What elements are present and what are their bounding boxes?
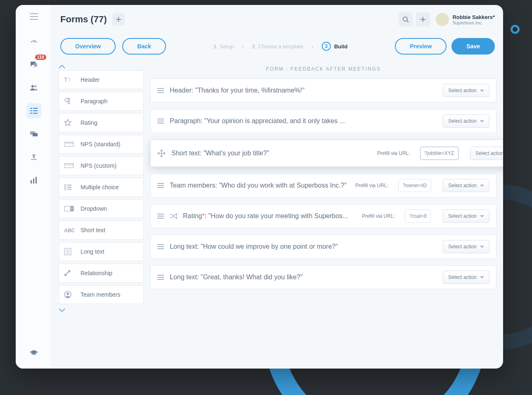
nav-users[interactable] — [26, 80, 41, 95]
palette-item-label: Paragraph — [81, 98, 107, 105]
nav-dashboard[interactable] — [26, 34, 41, 49]
svg-point-15 — [403, 17, 407, 21]
chevron-down-icon — [480, 90, 484, 92]
nav-forms[interactable] — [26, 103, 41, 118]
sidebar: 119 — [16, 5, 52, 369]
drag-handle-icon[interactable] — [157, 244, 164, 250]
new-button[interactable] — [416, 12, 430, 26]
svg-point-21 — [64, 184, 66, 186]
save-button[interactable]: Save — [451, 38, 495, 55]
form-row[interactable]: Header: "Thanks for your time, %firstnam… — [150, 79, 496, 102]
prefill-input[interactable]: ?csat=8 — [405, 209, 431, 223]
nav-upload[interactable] — [26, 150, 41, 164]
svg-rect-14 — [36, 177, 37, 183]
chevron-down-icon — [480, 246, 484, 248]
tt-icon: TT — [64, 76, 75, 83]
svg-rect-3 — [30, 108, 32, 109]
palette-item-team-members[interactable]: Team members — [59, 285, 144, 304]
person-icon — [64, 291, 75, 298]
palette-item-label: Short text — [81, 227, 105, 233]
drag-handle-icon[interactable] — [157, 274, 164, 280]
preview-button[interactable]: Preview — [395, 38, 446, 55]
user-menu[interactable]: Robbie Sakkers* Superboss Inc. — [436, 13, 495, 26]
nav-analytics[interactable] — [26, 173, 41, 188]
drag-handle-icon[interactable] — [157, 183, 164, 188]
add-button[interactable] — [112, 13, 125, 26]
palette-item-long-text[interactable]: Long text — [59, 242, 144, 261]
form-row[interactable]: Team members: "Who did you work with at … — [150, 174, 496, 198]
drag-handle-icon[interactable] — [157, 118, 164, 124]
palette-scroll-down[interactable] — [59, 307, 144, 314]
prefill-label: Prefill via URL: — [362, 213, 395, 219]
nav-learn[interactable] — [26, 345, 41, 360]
prefill-input[interactable]: ?owner=ID — [398, 179, 431, 192]
nav-inbox[interactable] — [26, 126, 41, 141]
palette-item-nps-standard-[interactable]: NPS (standard) — [59, 135, 144, 154]
svg-point-2 — [34, 86, 36, 88]
back-button[interactable]: Back — [122, 38, 166, 55]
palette-item-label: NPS (standard) — [81, 141, 120, 148]
step-build[interactable]: 3 Build — [322, 42, 348, 51]
svg-rect-6 — [33, 110, 38, 111]
palette-item-header[interactable]: TTHeader — [59, 70, 144, 89]
chevron-down-icon — [480, 276, 484, 278]
row-label: Short text: "What's your job title?" — [171, 150, 371, 157]
nav-messages[interactable]: 119 — [26, 57, 41, 72]
form-canvas: FORM : FEEDBACK AFTER MEETINGS Header: "… — [150, 63, 496, 360]
svg-rect-20 — [64, 164, 74, 168]
svg-point-34 — [66, 293, 69, 295]
select-action-button[interactable]: Select action — [443, 240, 489, 253]
form-row[interactable]: Long text: "How could we improve by one … — [150, 235, 496, 259]
abc-icon: ABC — [64, 227, 75, 233]
select-action-button[interactable]: Select action — [443, 84, 489, 97]
palette-item-label: Team members — [81, 291, 120, 298]
select-action-button[interactable]: Select action — [443, 209, 489, 223]
palette-item-rating[interactable]: Rating — [59, 113, 144, 132]
palette-item-multiple-choice[interactable]: Multiple choice — [59, 178, 144, 197]
palette-item-label: NPS (custom) — [81, 162, 116, 169]
palette-item-label: Long text — [81, 248, 104, 255]
form-row[interactable]: Short text: "What's your job title?"Pref… — [150, 140, 503, 167]
shuffle-icon[interactable] — [170, 213, 177, 219]
select-action-button[interactable]: Select action — [443, 179, 489, 192]
pilcrow-icon — [64, 98, 75, 105]
row-label: Header: "Thanks for your time, %firstnam… — [170, 87, 431, 94]
menu-icon[interactable] — [30, 13, 38, 20]
select-action-button[interactable]: Select action — [470, 147, 503, 160]
svg-rect-10 — [33, 133, 38, 136]
palette-item-relationship[interactable]: Relationship — [59, 264, 144, 283]
step-3-num: 3 — [322, 42, 331, 51]
form-row[interactable]: Paragraph: "Your opinion is appreciated,… — [150, 109, 496, 133]
ruler-icon — [64, 163, 75, 168]
svg-text:T: T — [64, 76, 68, 83]
form-row[interactable]: Long text: "Great, thanks! What did you … — [150, 265, 496, 289]
form-row[interactable]: Rating*: "How do you rate your meeting w… — [150, 204, 496, 228]
user-company: Superboss Inc. — [452, 20, 495, 25]
palette-item-nps-custom-[interactable]: NPS (custom) — [59, 156, 144, 175]
prefill-input[interactable]: ?jobtitle=XYZ — [420, 147, 459, 160]
step-setup[interactable]: 1 Setup — [214, 43, 234, 50]
svg-point-1 — [31, 85, 34, 88]
row-label: Rating*: "How do you rate your meeting w… — [183, 212, 356, 220]
step-template[interactable]: 2 Choose a template — [252, 43, 303, 50]
search-button[interactable] — [399, 12, 413, 26]
link-icon — [64, 270, 75, 276]
star-icon — [64, 119, 75, 126]
select-action-button[interactable]: Select action — [443, 114, 489, 128]
move-icon[interactable] — [157, 149, 166, 157]
drag-handle-icon[interactable] — [157, 88, 164, 93]
overview-button[interactable]: Overview — [60, 38, 116, 55]
palette-item-paragraph[interactable]: Paragraph — [59, 92, 144, 111]
palette-item-dropdown[interactable]: Dropdown — [59, 199, 144, 218]
palette-item-short-text[interactable]: ABCShort text — [59, 221, 144, 240]
select-action-button[interactable]: Select action — [443, 271, 489, 284]
palette-scroll-up[interactable] — [59, 63, 144, 70]
main-area: Forms (77) Robbie Sakkers* Superboss Inc… — [52, 5, 503, 369]
row-label: Paragraph: "Your opinion is appreciated,… — [170, 117, 431, 125]
palette-item-label: Rating — [81, 119, 97, 126]
svg-rect-12 — [31, 180, 32, 183]
field-palette: TTHeaderParagraphRatingNPS (standard)NPS… — [59, 63, 144, 360]
drag-handle-icon[interactable] — [157, 213, 164, 219]
svg-rect-5 — [30, 110, 32, 111]
action-bar: Overview Back 1 Setup › 2 Choose a templ… — [52, 34, 503, 59]
